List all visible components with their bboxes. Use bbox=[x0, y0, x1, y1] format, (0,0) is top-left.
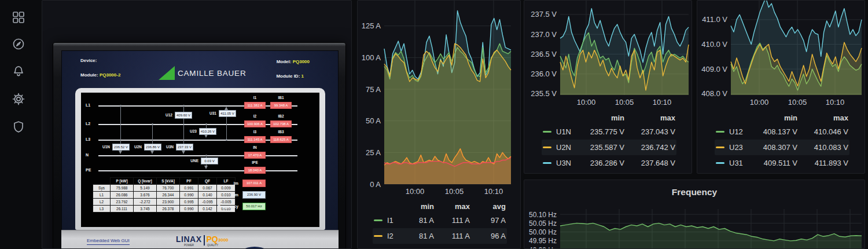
panel-currents: 125 A100 A75 A50 A25 A0 A10:0010:0510:10… bbox=[357, 0, 521, 249]
voltage-box-U3N: 237.33 V bbox=[176, 144, 193, 151]
bus-line-PE bbox=[98, 170, 297, 171]
legend-stat-value: 81 A bbox=[398, 232, 434, 240]
series-area-Frequency bbox=[560, 223, 862, 249]
power-table-header: PF bbox=[180, 178, 198, 185]
power-table-cell: 23.792 bbox=[111, 199, 134, 206]
legend-row-U23[interactable]: U23408.307 V410.083 V bbox=[715, 140, 849, 155]
power-table-cell: 26.344 bbox=[157, 192, 180, 199]
power-table-cell: 5.149 bbox=[134, 185, 157, 192]
current-label-I2: I2 bbox=[244, 114, 266, 118]
y-tick-label: 125 A bbox=[362, 21, 381, 30]
power-table-cell: L3 bbox=[93, 206, 111, 213]
configuration-gear-icon[interactable] bbox=[12, 92, 25, 106]
legend-row-U2N[interactable]: U2N235.587 V236.742 V bbox=[542, 140, 676, 155]
alerting-bell-icon[interactable] bbox=[12, 64, 25, 78]
legend-row-U12[interactable]: U12408.137 V410.046 V bbox=[715, 124, 849, 140]
voltage-label-U23: U23 bbox=[178, 129, 197, 133]
x-tick-label: 10:00 bbox=[406, 187, 425, 196]
legend-stat-value: 236.742 V bbox=[624, 143, 675, 152]
power-table-cell: 0.009 bbox=[217, 185, 236, 192]
embedded-web-gui-link: Embedded Web GUI bbox=[87, 238, 130, 245]
legend-stat-header[interactable]: min bbox=[746, 113, 797, 122]
current-box-I2: 100.906 A bbox=[244, 120, 266, 127]
power-table-cell: 0.995 bbox=[180, 199, 198, 206]
legend-stat-header[interactable]: min bbox=[573, 113, 624, 122]
readout-box-Frequency: 50.017 Hz bbox=[242, 203, 266, 210]
voltage-box-U31: 411.05 V bbox=[219, 110, 236, 117]
legend-stat-value: 409.511 V bbox=[746, 159, 797, 167]
panel-line-voltages: 411.0 V410.0 V409.0 V408.0 V10:0010:0510… bbox=[697, 0, 865, 174]
series-swatch-icon bbox=[716, 131, 724, 133]
legend-stat-value: 411.893 V bbox=[797, 159, 848, 167]
currents-legend: minmaxavgI181 A111 A97 AI281 A111 A96 A bbox=[373, 200, 507, 244]
current-box-I3: 111.145 A bbox=[244, 136, 266, 143]
power-table-cell: 0.990 bbox=[180, 206, 198, 213]
series-name[interactable]: U23 bbox=[729, 143, 743, 152]
legend-row-I1[interactable]: I181 A111 A97 A bbox=[373, 213, 507, 228]
y-tick-label: 236.5 V bbox=[531, 50, 557, 58]
series-name[interactable]: U2N bbox=[556, 143, 571, 152]
panel-frequency: Frequency 50.10 Hz50.05 Hz50.00 Hz49.95 … bbox=[524, 180, 865, 249]
current-label-IB1: IB1 bbox=[270, 96, 292, 100]
explore-compass-icon[interactable] bbox=[12, 37, 25, 51]
apps-icon[interactable] bbox=[12, 10, 25, 24]
x-tick-label: 10:00 bbox=[577, 98, 596, 107]
currents-plot[interactable]: 125 A100 A75 A50 A25 A0 A10:0010:0510:10 bbox=[358, 1, 521, 197]
readout-box-Um: 236.90 V bbox=[242, 191, 266, 199]
junction-dot bbox=[152, 123, 153, 125]
device-photo: Device: Module: PQ3000-2 CAMILLE BAUER M… bbox=[53, 42, 346, 249]
legend-stat-value: 111 A bbox=[434, 232, 470, 240]
power-table-cell: L1 bbox=[93, 192, 111, 199]
linax-power-tag: POWER bbox=[184, 244, 194, 247]
bus-line-L1 bbox=[98, 105, 297, 107]
phase-voltages-plot[interactable]: 237.5 V237.0 V236.5 V236.0 V235.5 V10:00… bbox=[524, 1, 692, 111]
junction-dot bbox=[205, 123, 207, 125]
nav-sidebar bbox=[0, 0, 37, 249]
legend-stat-header[interactable]: max bbox=[797, 113, 848, 122]
y-tick-label: 50.00 Hz bbox=[529, 228, 557, 236]
legend-header: minmax bbox=[715, 111, 849, 124]
line-voltages-plot[interactable]: 411.0 V410.0 V409.0 V408.0 V10:0010:0510… bbox=[697, 1, 865, 111]
power-table-cell: 75.988 bbox=[111, 185, 134, 192]
legend-stat-header[interactable]: min bbox=[398, 202, 434, 211]
bus-line-N bbox=[98, 155, 297, 156]
y-tick-label: 100 A bbox=[362, 53, 381, 62]
power-table-header: Q [kvar] bbox=[134, 178, 157, 185]
y-tick-label: 410.0 V bbox=[701, 40, 727, 49]
power-table-cell: 3.676 bbox=[134, 192, 157, 199]
y-tick-label: 409.0 V bbox=[701, 65, 727, 74]
y-tick-label: 408.0 V bbox=[701, 89, 727, 98]
y-tick-label: 235.5 V bbox=[531, 89, 557, 98]
voltage-box-UNE: 0.03 V bbox=[201, 158, 218, 164]
legend-stat-header[interactable]: max bbox=[434, 202, 470, 211]
series-name[interactable]: I2 bbox=[387, 232, 393, 240]
device-front-panel: Embedded Web GUI LINAX PQ 3000 POWER QUA… bbox=[61, 230, 339, 249]
legend-row-I2[interactable]: I281 A111 A96 A bbox=[373, 228, 507, 244]
series-name[interactable]: U3N bbox=[556, 159, 571, 167]
legend-stat-value: 237.648 V bbox=[624, 159, 675, 167]
current-box-IB1: 99.348 A bbox=[270, 102, 292, 109]
bus-label-PE: PE bbox=[86, 168, 91, 172]
legend-stat-value: 410.046 V bbox=[797, 127, 848, 136]
y-tick-label: 75 A bbox=[366, 85, 381, 94]
readout-label-Um: Um bbox=[208, 193, 238, 197]
power-table-cell: 3.745 bbox=[134, 206, 157, 213]
current-box-I1: 111.382 A bbox=[244, 102, 266, 109]
legend-row-U3N[interactable]: U3N236.286 V237.648 V bbox=[542, 155, 676, 171]
frequency-plot[interactable]: 50.10 Hz50.05 Hz50.00 Hz49.95 Hz49.90 Hz bbox=[524, 180, 865, 249]
series-name[interactable]: I1 bbox=[387, 216, 393, 225]
x-tick-label: 10:00 bbox=[750, 98, 769, 107]
legend-stat-value: 96 A bbox=[470, 232, 506, 240]
legend-stat-header[interactable]: avg bbox=[470, 202, 506, 211]
legend-row-U31[interactable]: U31409.511 V411.893 V bbox=[715, 155, 849, 171]
legend-row-U1N[interactable]: U1N235.775 V237.043 V bbox=[542, 124, 676, 140]
security-shield-icon[interactable] bbox=[12, 120, 25, 134]
series-name[interactable]: U1N bbox=[556, 127, 571, 136]
legend-stat-value: 408.137 V bbox=[746, 127, 797, 136]
series-name[interactable]: U31 bbox=[729, 159, 743, 167]
current-box-IB2: 102.738 A bbox=[270, 120, 292, 127]
series-name[interactable]: U12 bbox=[729, 127, 743, 136]
y-tick-label: 50.05 Hz bbox=[529, 219, 557, 228]
series-swatch-icon bbox=[543, 162, 551, 164]
legend-stat-header[interactable]: max bbox=[624, 113, 675, 122]
